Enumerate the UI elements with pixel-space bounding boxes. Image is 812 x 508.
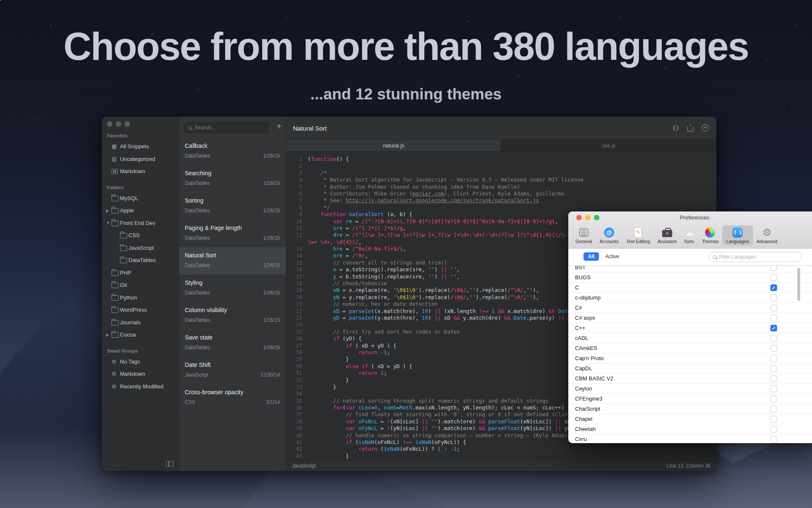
zoom-button[interactable] [125, 121, 130, 127]
language-checkbox[interactable] [770, 335, 777, 342]
code-text: xN = x.replace(re, '\0$1\0').replace(/\0… [308, 287, 539, 293]
disclosure-collapsed-icon[interactable]: ▶ [106, 209, 112, 213]
language-row-cbm-basic-v2[interactable]: CBM BASIC V2 [568, 374, 812, 384]
sidebar-item-php[interactable]: PHP [102, 267, 178, 279]
language-row-bst[interactable]: BST [568, 265, 812, 273]
language-row-cfengine3[interactable]: CFEngine3 [568, 394, 812, 404]
language-checkbox[interactable] [770, 355, 777, 362]
language-checkbox[interactable] [770, 416, 777, 422]
prefs-tab-languages[interactable]: { }Languages [722, 225, 753, 246]
folder-icon [112, 220, 120, 226]
language-row-chaiscript[interactable]: ChaiScript [568, 404, 812, 414]
minimize-button[interactable] [116, 121, 121, 127]
language-checkbox[interactable] [770, 436, 777, 443]
language-indicator[interactable]: JavaScript [292, 463, 316, 469]
segment-active[interactable]: Active [605, 254, 619, 259]
add-fragment-icon[interactable]: + [702, 124, 709, 131]
sidebar-item-journals[interactable]: Journals [102, 316, 178, 329]
language-row-c-aspx[interactable]: C# aspx [568, 313, 812, 323]
line-number: 9 [291, 211, 302, 218]
prefs-tab-assistant[interactable]: Assistant [654, 225, 680, 246]
language-checkbox[interactable] [770, 426, 777, 433]
close-button[interactable] [107, 121, 112, 127]
language-row-cirru[interactable]: Cirru [568, 434, 812, 443]
snippet-row-natural-sort[interactable]: Natural SortDataTables1/26/15 [179, 247, 286, 275]
prefs-tab-text-editing[interactable]: ✎Text Editing [622, 225, 654, 246]
snippet-row-sorting[interactable]: SortingDataTables1/26/15 [179, 193, 286, 220]
prefs-tab-accounts[interactable]: @Accounts [596, 225, 622, 246]
snippet-row-save-state[interactable]: Save stateDataTables1/26/15 [179, 329, 286, 357]
sidebar-item-javascript[interactable]: JavaScript [102, 242, 178, 254]
language-row-chapel[interactable]: Chapel [568, 414, 812, 424]
filter-languages-input[interactable] [719, 254, 797, 260]
language-row-cap-n-proto[interactable]: Cap'n Proto [568, 353, 812, 364]
language-row-cadl[interactable]: cADL [568, 333, 812, 343]
snippet-row-callback[interactable]: CallbackDataTables1/26/15 [179, 138, 286, 165]
snippet-row-paging-page-length[interactable]: Paging & Page lengthDataTables1/26/15 [179, 220, 286, 247]
sidebar-item-recently-modified[interactable]: ⚙Recently Modified [102, 380, 178, 393]
sidebar-item-markdown[interactable]: ⚙Markdown [102, 368, 178, 380]
language-checkbox[interactable] [770, 305, 777, 311]
sidebar-item-git[interactable]: Git [102, 279, 178, 291]
search-input[interactable] [194, 125, 265, 131]
prefs-tab-general[interactable]: General [572, 225, 596, 246]
segment-all[interactable]: All [583, 252, 599, 261]
language-row-c[interactable]: C++✓ [568, 323, 812, 333]
language-checkbox[interactable] [770, 274, 777, 281]
language-checkbox[interactable] [770, 315, 777, 321]
prefs-tab-themes[interactable]: Themes [698, 225, 722, 246]
scrollbar-thumb[interactable] [797, 268, 800, 301]
sidebar-item-wordpress[interactable]: WordPress [102, 304, 178, 316]
tab-use-js[interactable]: use.js [501, 140, 716, 151]
disclosure-collapsed-icon[interactable]: ▶ [106, 333, 112, 337]
snippet-row-date-shift[interactable]: Date ShiftJavaScript12/30/14 [179, 357, 286, 384]
sidebar-item-python[interactable]: Python [102, 291, 178, 304]
language-name: Ceylon [575, 385, 592, 392]
search-field[interactable] [184, 122, 269, 133]
language-row-ceylon[interactable]: Ceylon [568, 384, 812, 394]
code-braces-icon[interactable]: {} [672, 125, 679, 131]
sidebar-item-no-tags[interactable]: ⚙No Tags [102, 356, 178, 368]
language-checkbox[interactable] [770, 396, 777, 402]
sidebar-item-label: All Snippets [120, 143, 149, 150]
sidebar-toggle-icon[interactable] [166, 461, 173, 467]
prefs-tab-sync[interactable]: ☁Sync [680, 225, 698, 246]
snippet-row-searching[interactable]: SearchingDataTables1/26/15 [179, 165, 286, 193]
sidebar-item-cocoa[interactable]: ▶Cocoa [102, 329, 178, 341]
language-checkbox[interactable] [770, 406, 777, 412]
language-checkbox[interactable] [770, 294, 777, 301]
language-checkbox[interactable]: ✓ [770, 325, 777, 332]
sidebar-item-datatables[interactable]: DataTables [102, 254, 178, 267]
sidebar-item-front-end-dev[interactable]: ▼Front End Dev [102, 217, 178, 230]
sidebar-item-all-snippets[interactable]: ▦All Snippets [102, 140, 178, 153]
share-icon[interactable] [687, 127, 693, 131]
language-row-cheetah[interactable]: Cheetah [568, 424, 812, 434]
language-row-bugs[interactable]: BUGS [568, 273, 812, 283]
sidebar-item-apple[interactable]: ▶Apple [102, 204, 178, 217]
snippet-row-styling[interactable]: StylingDataTables1/26/15 [179, 275, 286, 302]
language-row-c-objdump[interactable]: c-objdump [568, 293, 812, 303]
sidebar-item-markdown[interactable]: MMarkdown [102, 165, 178, 178]
scrollbar[interactable] [797, 266, 801, 441]
snippet-row-title: Natural Sort [185, 252, 280, 259]
prefs-tab-advanced[interactable]: ⚙Advanced [753, 225, 781, 246]
snippet-row-column-visibility[interactable]: Column visibilityDataTables1/26/15 [179, 302, 286, 329]
filter-field[interactable] [708, 252, 801, 262]
language-row-capdl[interactable]: CapDL [568, 364, 812, 374]
snippet-row-cross-browser-opacity[interactable]: Cross-browser opacityCSS3/1/14 [179, 384, 286, 412]
language-row-c[interactable]: C# [568, 303, 812, 313]
add-snippet-button[interactable]: + [277, 122, 282, 131]
language-checkbox[interactable] [770, 365, 777, 372]
language-checkbox[interactable] [770, 265, 777, 271]
sidebar-item-uncategorized[interactable]: ▤Uncategorized [102, 153, 178, 166]
language-checkbox[interactable]: ✓ [770, 284, 777, 291]
tab-natural-js[interactable]: natural.js [286, 140, 501, 151]
language-row-camkes[interactable]: CAmkES [568, 343, 812, 353]
language-checkbox[interactable] [770, 375, 777, 382]
language-checkbox[interactable] [770, 345, 777, 352]
sidebar-item-css[interactable]: CSS [102, 229, 178, 242]
language-row-c[interactable]: C✓ [568, 283, 812, 293]
disclosure-expanded-icon[interactable]: ▼ [106, 221, 112, 225]
sidebar-item-mysql[interactable]: MySQL [102, 192, 178, 205]
language-checkbox[interactable] [770, 385, 777, 392]
